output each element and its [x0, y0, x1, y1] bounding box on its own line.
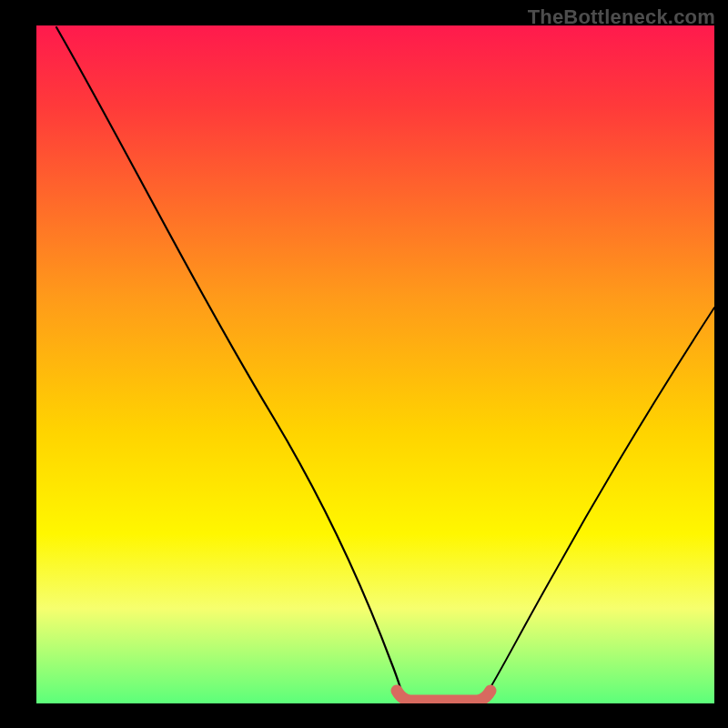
- plot-area: [36, 25, 714, 703]
- curve-layer: [36, 25, 714, 703]
- highlight-bar: [397, 691, 490, 701]
- right-curve: [482, 308, 714, 701]
- chart-frame: TheBottleneck.com: [0, 0, 728, 728]
- left-curve: [56, 27, 405, 701]
